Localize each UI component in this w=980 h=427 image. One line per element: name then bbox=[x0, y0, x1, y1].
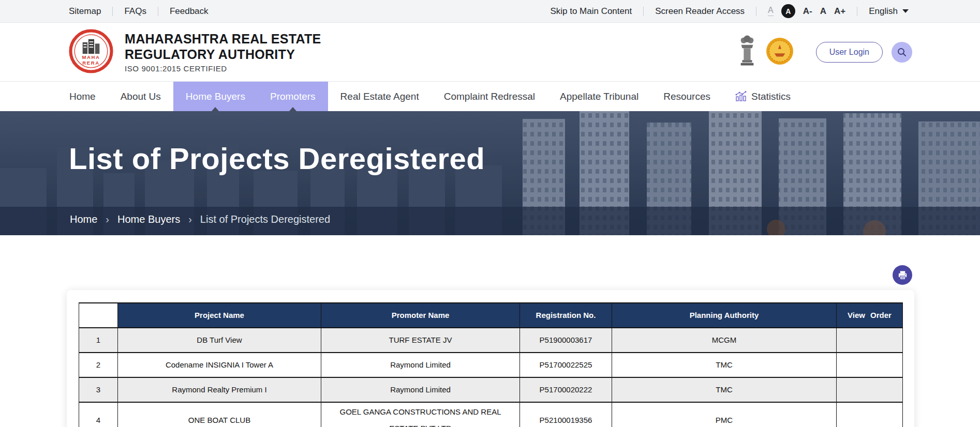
table-head: Project NamePromoter NameRegistration No… bbox=[79, 303, 903, 328]
printer-icon bbox=[898, 270, 908, 280]
cell-view-order bbox=[837, 353, 903, 377]
maharashtra-seal-icon bbox=[766, 37, 794, 67]
breadcrumb-item-home-buyers[interactable]: Home Buyers bbox=[117, 213, 180, 225]
font-increase-button[interactable]: A+ bbox=[834, 6, 845, 17]
table-body: 1DB Turf ViewTURF ESTATE JVP51900003617M… bbox=[79, 328, 903, 427]
breadcrumb-item-list-of-projects-deregistered: List of Projects Deregistered bbox=[200, 213, 330, 225]
site-header: MAHA RERA MAHARASHTRA REAL ESTATE REGULA… bbox=[0, 23, 980, 81]
iso-certification-text: ISO 9001:2015 CERTIFIED bbox=[125, 64, 321, 73]
chevron-down-icon bbox=[902, 9, 909, 13]
header-cell-index bbox=[79, 303, 118, 328]
font-decrease-button[interactable]: A- bbox=[803, 6, 812, 17]
cell-project-name: ONE BOAT CLUB bbox=[118, 402, 321, 427]
cell-planning-authority: MCGM bbox=[612, 328, 837, 353]
header-cell-planning-authority: Planning Authority bbox=[612, 303, 837, 328]
cell-serial: 3 bbox=[79, 377, 118, 402]
screen-reader-access-link[interactable]: Screen Reader Access bbox=[655, 6, 745, 17]
cell-serial: 1 bbox=[79, 328, 118, 353]
deregistered-projects-table: Project NamePromoter NameRegistration No… bbox=[79, 302, 903, 427]
ashoka-emblem-icon bbox=[737, 35, 757, 70]
font-size-controls: A A A- A A+ bbox=[768, 4, 845, 18]
svg-text:MAHA: MAHA bbox=[82, 54, 100, 60]
separator bbox=[857, 7, 857, 16]
brand-text: MAHARASHTRA REAL ESTATE REGULATORY AUTHO… bbox=[125, 31, 321, 73]
search-icon bbox=[897, 48, 907, 57]
nav-item-complaint-redressal[interactable]: Complaint Redressal bbox=[432, 82, 547, 111]
cell-planning-authority: TMC bbox=[612, 353, 837, 377]
main-content: Project NamePromoter NameRegistration No… bbox=[0, 235, 980, 427]
cell-registration-no: P51700022525 bbox=[520, 353, 612, 377]
search-button[interactable] bbox=[892, 42, 912, 63]
org-name-line2: REGULATORY AUTHORITY bbox=[125, 47, 321, 62]
nav-item-label: Promoters bbox=[270, 91, 316, 102]
svg-text:RERA: RERA bbox=[82, 59, 100, 65]
breadcrumb-chevron-icon: › bbox=[106, 213, 109, 225]
breadcrumb-item-home[interactable]: Home bbox=[70, 213, 97, 225]
cell-view-order bbox=[837, 377, 903, 402]
brand: MAHA RERA MAHARASHTRA REAL ESTATE REGULA… bbox=[69, 29, 321, 75]
nav-item-home-buyers[interactable]: Home Buyers bbox=[173, 82, 258, 111]
topbar-link-feedback[interactable]: Feedback bbox=[170, 6, 209, 17]
nav-item-resources[interactable]: Resources bbox=[651, 82, 723, 111]
nav-item-home[interactable]: Home bbox=[57, 82, 108, 111]
nav-item-appellate-tribunal[interactable]: Appellate Tribunal bbox=[547, 82, 651, 111]
nav-item-statistics[interactable]: Statistics bbox=[723, 82, 803, 111]
language-label: English bbox=[869, 6, 898, 17]
hero-banner: List of Projects Deregistered Home›Home … bbox=[0, 111, 980, 235]
cell-registration-no: P51700020222 bbox=[520, 377, 612, 402]
nav-item-promoters[interactable]: Promoters bbox=[258, 82, 328, 111]
header-right: User Login bbox=[737, 35, 912, 70]
cell-registration-no: P52100019356 bbox=[520, 402, 612, 427]
maharera-logo: MAHA RERA bbox=[69, 29, 113, 75]
header-cell-view-order: View Order bbox=[837, 303, 903, 328]
nav-item-label: Home Buyers bbox=[186, 91, 245, 102]
topbar-link-sitemap[interactable]: Sitemap bbox=[69, 6, 101, 17]
cell-planning-authority: TMC bbox=[612, 377, 837, 402]
nav-item-label: Complaint Redressal bbox=[444, 91, 535, 102]
cell-serial: 4 bbox=[79, 402, 118, 427]
cell-project-name: Codename INSIGNIA I Tower A bbox=[118, 353, 321, 377]
table-row: 1DB Turf ViewTURF ESTATE JVP51900003617M… bbox=[79, 328, 903, 353]
breadcrumb-chevron-icon: › bbox=[188, 213, 192, 225]
topbar-links: SitemapFAQsFeedback bbox=[69, 6, 209, 17]
header-cell-promoter-name: Promoter Name bbox=[321, 303, 520, 328]
nav-item-label: Appellate Tribunal bbox=[560, 91, 639, 102]
table-row: 2Codename INSIGNIA I Tower ARaymond Limi… bbox=[79, 353, 903, 377]
separator bbox=[756, 7, 756, 16]
cell-serial: 2 bbox=[79, 353, 118, 377]
table-row: 3Raymond Realty Premium IRaymond Limited… bbox=[79, 377, 903, 402]
contrast-toggle-button[interactable]: A bbox=[781, 4, 795, 18]
nav-item-about-us[interactable]: About Us bbox=[108, 82, 173, 111]
skip-to-content-link[interactable]: Skip to Main Content bbox=[550, 6, 632, 17]
cell-planning-authority: PMC bbox=[612, 402, 837, 427]
table-header-row: Project NamePromoter NameRegistration No… bbox=[79, 303, 903, 328]
print-button[interactable] bbox=[893, 265, 912, 285]
separator bbox=[643, 7, 644, 16]
deregistered-projects-card: Project NamePromoter NameRegistration No… bbox=[67, 290, 914, 427]
language-selector[interactable]: English bbox=[869, 6, 909, 17]
font-default-button[interactable]: A bbox=[768, 6, 774, 16]
topbar-right: Skip to Main Content Screen Reader Acces… bbox=[550, 4, 909, 18]
cell-project-name: Raymond Realty Premium I bbox=[118, 377, 321, 402]
cell-promoter-name: Raymond Limited bbox=[321, 377, 520, 402]
cell-promoter-name: GOEL GANGA CONSTRUCTIONS AND REAL ESTATE… bbox=[321, 402, 520, 427]
nav-item-real-estate-agent[interactable]: Real Estate Agent bbox=[328, 82, 432, 111]
header-cell-project-name: Project Name bbox=[118, 303, 321, 328]
header-cell-registration-no: Registration No. bbox=[520, 303, 612, 328]
breadcrumb: Home›Home Buyers›List of Projects Deregi… bbox=[70, 213, 330, 225]
font-normal-button[interactable]: A bbox=[820, 6, 826, 17]
bar-chart-icon bbox=[735, 91, 747, 102]
topbar-link-faqs[interactable]: FAQs bbox=[124, 6, 146, 17]
nav-item-label: About Us bbox=[121, 91, 161, 102]
cell-project-name: DB Turf View bbox=[118, 328, 321, 353]
cell-promoter-name: Raymond Limited bbox=[321, 353, 520, 377]
cell-promoter-name: TURF ESTATE JV bbox=[321, 328, 520, 353]
main-nav: HomeAbout UsHome BuyersPromotersReal Est… bbox=[0, 81, 980, 111]
top-utility-bar: SitemapFAQsFeedback Skip to Main Content… bbox=[0, 0, 980, 23]
nav-item-label: Real Estate Agent bbox=[340, 91, 419, 102]
user-login-button[interactable]: User Login bbox=[816, 42, 883, 63]
cell-registration-no: P51900003617 bbox=[520, 328, 612, 353]
org-name-line1: MAHARASHTRA REAL ESTATE bbox=[125, 31, 321, 47]
separator bbox=[112, 7, 113, 16]
cell-view-order bbox=[837, 402, 903, 427]
